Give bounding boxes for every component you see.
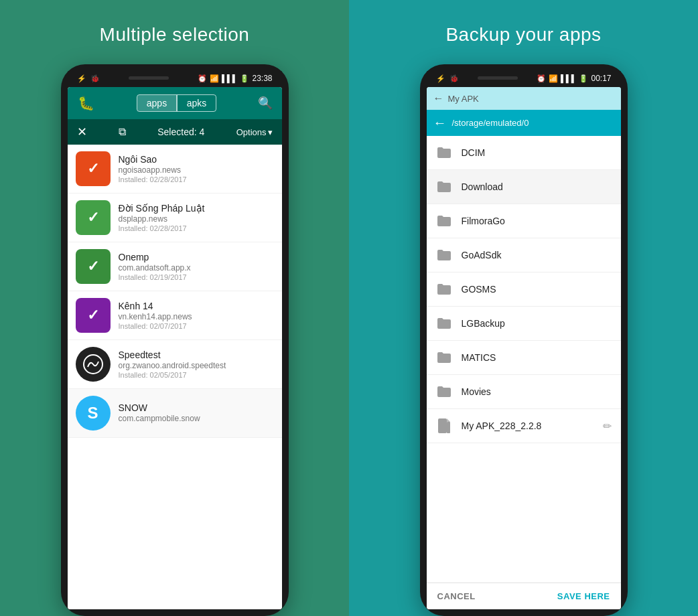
folder-icon-fg bbox=[436, 213, 452, 229]
left-panel: Multiple selection ⚡ 🐞 ⏰ 📶 ▌▌▌ 🔋 23:38 🐛… bbox=[0, 0, 349, 616]
save-here-button[interactable]: SAVE HERE bbox=[557, 591, 610, 601]
folder-item-lgbackup[interactable]: LGBackup bbox=[427, 307, 621, 341]
right-phone-mockup: ⚡ 🐞 ⏰ 📶 ▌▌▌ 🔋 00:17 ← My APK ← /storage/… bbox=[420, 64, 628, 616]
file-icon-apk bbox=[436, 418, 452, 434]
app-package-14: ngoisaoapp.news bbox=[119, 165, 274, 175]
app-logo: 🐛 bbox=[77, 94, 96, 112]
selected-count-label: Selected: 4 bbox=[157, 127, 204, 137]
folder-icon-lgb bbox=[436, 315, 452, 331]
folder-name-filmorago: FilmoraGo bbox=[462, 216, 612, 226]
app-list: Ngôi Sao ngoisaoapp.news Installed: 02/2… bbox=[68, 145, 282, 609]
signal-icon: ▌▌▌ bbox=[222, 74, 237, 82]
right-panel: Backup your apps ⚡ 🐞 ⏰ 📶 ▌▌▌ 🔋 00:17 ← M… bbox=[349, 0, 698, 616]
list-item[interactable]: Ngôi Sao ngoisaoapp.news Installed: 02/2… bbox=[68, 145, 282, 194]
app-icon-14 bbox=[76, 151, 111, 186]
app-info-17: Kênh 14 vn.kenh14.app.news Installed: 02… bbox=[119, 301, 274, 330]
battery-icon-r: 🔋 bbox=[579, 74, 588, 83]
app-name-18: Speedtest bbox=[119, 350, 274, 360]
app-installed-17: Installed: 02/07/2017 bbox=[119, 322, 274, 330]
folder-item-download[interactable]: Download bbox=[427, 170, 621, 204]
folder-name-matics: MATICS bbox=[462, 352, 612, 363]
search-button[interactable]: 🔍 bbox=[258, 96, 273, 110]
cancel-button[interactable]: CANCEL bbox=[437, 591, 476, 601]
close-selection-icon[interactable]: ✕ bbox=[77, 125, 87, 139]
myapk-topbar: ← My APK bbox=[427, 87, 621, 110]
right-status-icons-left: ⚡ 🐞 bbox=[436, 74, 459, 83]
svg-rect-1 bbox=[438, 418, 447, 433]
left-phone-screen: 🐛 apps apks 🔍 ✕ ⧉ Selected: 4 Options ▾ bbox=[68, 87, 282, 609]
tab-apps[interactable]: apps bbox=[137, 95, 176, 111]
bug-icon: 🐞 bbox=[90, 74, 100, 83]
list-item[interactable]: Kênh 14 vn.kenh14.app.news Installed: 02… bbox=[68, 291, 282, 340]
bug-icon-r: 🐞 bbox=[449, 74, 459, 83]
folder-name-lgbackup: LGBackup bbox=[462, 318, 612, 329]
file-path-bar: ← /storage/emulated/0 bbox=[427, 110, 621, 136]
folder-item-gosms[interactable]: GOSMS bbox=[427, 273, 621, 307]
app-icon-17 bbox=[76, 298, 111, 333]
app-installed-15: Installed: 02/28/2017 bbox=[119, 224, 274, 232]
myapk-label: My APK bbox=[448, 94, 479, 104]
folder-icon-gas bbox=[436, 247, 452, 263]
list-item[interactable]: Speedtest org.zwanoo.android.speedtest I… bbox=[68, 340, 282, 389]
list-item[interactable]: S SNOW com.campmobile.snow bbox=[68, 389, 282, 438]
usb-icon: ⚡ bbox=[77, 74, 86, 83]
chevron-down-icon: ▾ bbox=[268, 127, 273, 137]
checkmark-15 bbox=[76, 200, 111, 235]
phone-notch-r bbox=[478, 76, 518, 80]
edit-icon[interactable]: ✏ bbox=[603, 420, 612, 433]
snow-icon: S bbox=[87, 404, 98, 422]
copy-icon[interactable]: ⧉ bbox=[119, 126, 126, 138]
folder-item-movies[interactable]: Movies bbox=[427, 375, 621, 409]
app-name-16: Onemp bbox=[119, 252, 274, 262]
left-phone-mockup: ⚡ 🐞 ⏰ 📶 ▌▌▌ 🔋 23:38 🐛 apps apks bbox=[61, 64, 289, 616]
app-name-17: Kênh 14 bbox=[119, 301, 274, 311]
alarm-icon: ⏰ bbox=[198, 74, 207, 83]
app-info-16: Onemp com.andatsoft.app.x Installed: 02/… bbox=[119, 252, 274, 281]
app-icon-16 bbox=[76, 249, 111, 284]
alarm-icon-r: ⏰ bbox=[537, 74, 546, 83]
options-button[interactable]: Options ▾ bbox=[236, 127, 273, 137]
file-dialog-bottom: CANCEL SAVE HERE bbox=[427, 583, 621, 609]
phone-notch bbox=[129, 76, 169, 80]
folder-item-filmorago[interactable]: FilmoraGo bbox=[427, 204, 621, 238]
left-panel-title: Multiple selection bbox=[100, 24, 250, 46]
right-panel-title: Backup your apps bbox=[445, 24, 601, 46]
folder-name-movies: Movies bbox=[462, 386, 612, 397]
app-package-18: org.zwanoo.android.speedtest bbox=[119, 361, 274, 370]
folder-item-matics[interactable]: MATICS bbox=[427, 341, 621, 375]
right-time: 00:17 bbox=[591, 74, 611, 83]
app-installed-16: Installed: 02/19/2017 bbox=[119, 273, 274, 281]
wifi-icon-r: 📶 bbox=[549, 74, 558, 83]
app-name-14: Ngôi Sao bbox=[119, 154, 274, 165]
app-installed-14: Installed: 02/28/2017 bbox=[119, 175, 274, 183]
current-path-label: /storage/emulated/0 bbox=[452, 118, 529, 128]
list-item[interactable]: Đời Sống Pháp Luật dsplapp.news Installe… bbox=[68, 194, 282, 242]
app-info-18: Speedtest org.zwanoo.android.speedtest I… bbox=[119, 350, 274, 379]
svg-rect-2 bbox=[447, 422, 450, 433]
app-package-17: vn.kenh14.app.news bbox=[119, 312, 274, 321]
app-package-16: com.andatsoft.app.x bbox=[119, 263, 274, 273]
folder-name-gosms: GOSMS bbox=[462, 284, 612, 295]
folder-icon bbox=[436, 145, 452, 161]
tab-group[interactable]: apps apks bbox=[137, 94, 216, 112]
list-item[interactable]: Onemp com.andatsoft.app.x Installed: 02/… bbox=[68, 242, 282, 291]
file-item-apk[interactable]: My APK_228_2.2.8 ✏ bbox=[427, 409, 621, 443]
checkmark-16 bbox=[76, 249, 111, 284]
left-status-icons-left: ⚡ 🐞 bbox=[77, 74, 100, 83]
tab-apks[interactable]: apks bbox=[178, 95, 216, 111]
back-arrow-top[interactable]: ← bbox=[433, 92, 444, 104]
file-name-apk: My APK_228_2.2.8 bbox=[462, 420, 603, 431]
right-phone-screen: ← My APK ← /storage/emulated/0 DCIM bbox=[427, 87, 621, 609]
file-list: DCIM Download FilmoraGo bbox=[427, 136, 621, 583]
usb-icon-r: ⚡ bbox=[436, 74, 445, 83]
checkmark-17 bbox=[76, 298, 111, 333]
app-name-19: SNOW bbox=[119, 402, 274, 413]
wifi-icon: 📶 bbox=[210, 74, 219, 83]
app-installed-18: Installed: 02/05/2017 bbox=[119, 371, 274, 379]
folder-icon-gosms bbox=[436, 281, 452, 297]
folder-item-dcim[interactable]: DCIM bbox=[427, 136, 621, 170]
back-arrow-icon[interactable]: ← bbox=[433, 115, 447, 131]
speedtest-svg bbox=[81, 352, 105, 376]
folder-name-goadsdk: GoAdSdk bbox=[462, 250, 612, 260]
folder-item-goadsdk[interactable]: GoAdSdk bbox=[427, 238, 621, 273]
